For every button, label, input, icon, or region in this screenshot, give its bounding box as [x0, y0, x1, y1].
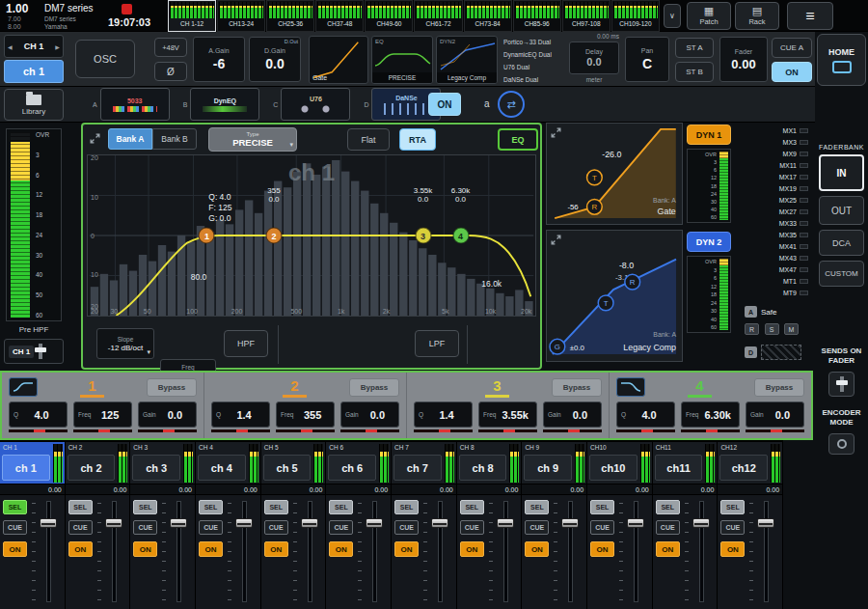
dca-row[interactable]: D: [745, 345, 801, 360]
strip-name-box[interactable]: ch 2: [68, 455, 116, 481]
channel-select[interactable]: ◀ CH 1 ▶: [4, 35, 64, 58]
fader-handle[interactable]: [692, 518, 710, 528]
library-button[interactable]: Library: [4, 89, 64, 121]
band-bypass-button[interactable]: Bypass: [147, 378, 197, 397]
send-item[interactable]: MX43: [739, 252, 808, 263]
cue-a-button[interactable]: CUE A: [772, 38, 812, 58]
band-freq-knob[interactable]: Freq125: [73, 401, 132, 432]
gate-panel[interactable]: -26.0 T R -56 Bank: A Gate: [546, 123, 683, 225]
band-shelf-icon[interactable]: [9, 377, 38, 397]
faderbank-dca-button[interactable]: DCA: [819, 230, 864, 256]
comp-panel[interactable]: -8.0 -3.1 T R G ±0.0 Bank: A Legacy Comp: [546, 230, 683, 362]
recall-safe-m[interactable]: M: [784, 323, 799, 335]
strip-cue-button[interactable]: CUE: [525, 520, 549, 535]
gate-thumbnail[interactable]: Gate: [309, 36, 368, 84]
eq-expand-icon[interactable]: [89, 132, 101, 145]
fader-track[interactable]: [112, 501, 117, 602]
dyn2-button[interactable]: DYN 2: [687, 232, 731, 252]
insert-slot-thumbnail[interactable]: 5033: [100, 88, 170, 121]
strip-name-box[interactable]: ch 9: [524, 455, 572, 481]
fader-track[interactable]: [634, 501, 638, 602]
channel-strip[interactable]: CH12 ch12 0.00 SEL CUE ON: [718, 442, 783, 609]
phase-button[interactable]: Ø: [154, 62, 187, 81]
band-freq-knob[interactable]: Freq3.55k: [478, 401, 537, 432]
fader-handle[interactable]: [40, 518, 57, 528]
channel-strip[interactable]: CH 9 ch 9 0.00 SEL CUE ON: [522, 442, 587, 609]
recall-safe-s[interactable]: S: [765, 323, 779, 335]
scene-block[interactable]: 1.00 7.00 8.00 DM7 series DM7 series Yam…: [0, 0, 166, 32]
hpf-slope-dropdown[interactable]: Slope -12 dB/oct: [96, 328, 154, 359]
eq-thumbnail[interactable]: EQ PRECISE: [371, 36, 433, 84]
meter-bank[interactable]: CH61-72: [414, 0, 462, 32]
band-bypass-button[interactable]: Bypass: [552, 378, 602, 397]
meter-bank[interactable]: CH25-36: [266, 0, 314, 32]
strip-name-box[interactable]: ch 1: [2, 455, 50, 481]
strip-sel-button[interactable]: SEL: [264, 500, 288, 514]
channel-strip[interactable]: CH10 ch10 0.00 SEL CUE ON: [587, 442, 653, 609]
band-freq-knob[interactable]: Freq6.30k: [681, 401, 740, 432]
fader-track[interactable]: [568, 501, 573, 602]
send-item[interactable]: MX17: [739, 171, 808, 182]
fader-handle[interactable]: [757, 518, 774, 528]
sends-on-fader-button[interactable]: [828, 372, 854, 397]
strip-on-button[interactable]: ON: [199, 541, 223, 557]
strip-cue-button[interactable]: CUE: [133, 520, 157, 535]
strip-on-button[interactable]: ON: [720, 541, 745, 557]
strip-name-box[interactable]: ch10: [589, 455, 637, 481]
st-a-button[interactable]: ST A: [675, 38, 714, 58]
strip-name-box[interactable]: ch 6: [328, 455, 376, 481]
fader-track[interactable]: [242, 501, 247, 602]
rack-button[interactable]: ▤ Rack: [735, 2, 779, 30]
eq-graph[interactable]: ch 1 20 10 0 10 20 20 30 50 100 200 500 …: [87, 154, 536, 317]
eq-point-2[interactable]: 2: [266, 228, 283, 244]
band-shelf-icon[interactable]: [616, 377, 645, 397]
faderbank-out-button[interactable]: OUT: [819, 196, 864, 225]
strip-sel-button[interactable]: SEL: [133, 500, 157, 514]
strip-sel-button[interactable]: SEL: [199, 500, 223, 514]
insert-point-icon[interactable]: ⇄: [498, 91, 525, 118]
strip-on-button[interactable]: ON: [329, 541, 353, 557]
strip-sel-button[interactable]: SEL: [720, 500, 745, 514]
channel-strip[interactable]: CH 3 ch 3 0.00 SEL CUE ON: [130, 442, 196, 609]
strip-sel-button[interactable]: SEL: [394, 500, 419, 514]
eq-point-4[interactable]: 4: [452, 228, 469, 244]
band-q-knob[interactable]: Q1.4: [211, 401, 270, 432]
strip-name-box[interactable]: ch 7: [393, 455, 442, 481]
channel-prev-icon[interactable]: ◀: [8, 43, 13, 50]
meter-bank[interactable]: CH 1-12: [168, 0, 216, 32]
send-item[interactable]: MT1: [739, 275, 808, 287]
strip-on-button[interactable]: ON: [68, 541, 93, 557]
fader-handle[interactable]: [431, 518, 448, 528]
band-bypass-button[interactable]: Bypass: [349, 378, 399, 397]
band-q-knob[interactable]: Q4.0: [9, 401, 68, 432]
hpf-on-button[interactable]: HPF: [224, 330, 268, 357]
gate-expand-icon[interactable]: [550, 126, 562, 139]
strip-cue-button[interactable]: CUE: [329, 520, 353, 535]
home-button[interactable]: HOME: [817, 34, 866, 86]
send-item[interactable]: MX47: [739, 263, 808, 275]
insert-on-button[interactable]: ON: [428, 93, 461, 116]
fader-handle[interactable]: [105, 518, 122, 528]
send-item[interactable]: MX33: [739, 217, 808, 229]
eq-bank-a-tab[interactable]: Bank A: [108, 128, 152, 150]
comp-expand-icon[interactable]: [550, 234, 562, 246]
eq-bank-b-tab[interactable]: Bank B: [152, 128, 197, 150]
st-b-button[interactable]: ST B: [675, 62, 714, 82]
band-q-knob[interactable]: Q1.4: [414, 401, 473, 432]
fader-handle[interactable]: [235, 518, 253, 528]
recall-safe-r[interactable]: R: [745, 323, 759, 335]
lpf-on-button[interactable]: LPF: [415, 330, 459, 357]
strip-name-box[interactable]: ch 3: [132, 455, 180, 481]
menu-button[interactable]: ≡: [787, 2, 833, 30]
send-item[interactable]: MX27: [739, 206, 808, 217]
safe-row[interactable]: A Safe: [745, 306, 776, 318]
send-item[interactable]: MX19: [739, 182, 808, 194]
phantom-48v-button[interactable]: +48V: [154, 38, 187, 57]
strip-name-box[interactable]: ch12: [719, 455, 768, 481]
eq-on-button[interactable]: EQ: [498, 128, 538, 151]
band-freq-knob[interactable]: Freq355: [276, 401, 335, 432]
channel-strip[interactable]: CH 4 ch 4 0.00 SEL CUE ON: [196, 442, 261, 609]
band-gain-knob[interactable]: Gain0.0: [543, 401, 602, 432]
fader-track[interactable]: [699, 501, 704, 602]
delay-box[interactable]: Delay 0.0: [569, 42, 619, 74]
